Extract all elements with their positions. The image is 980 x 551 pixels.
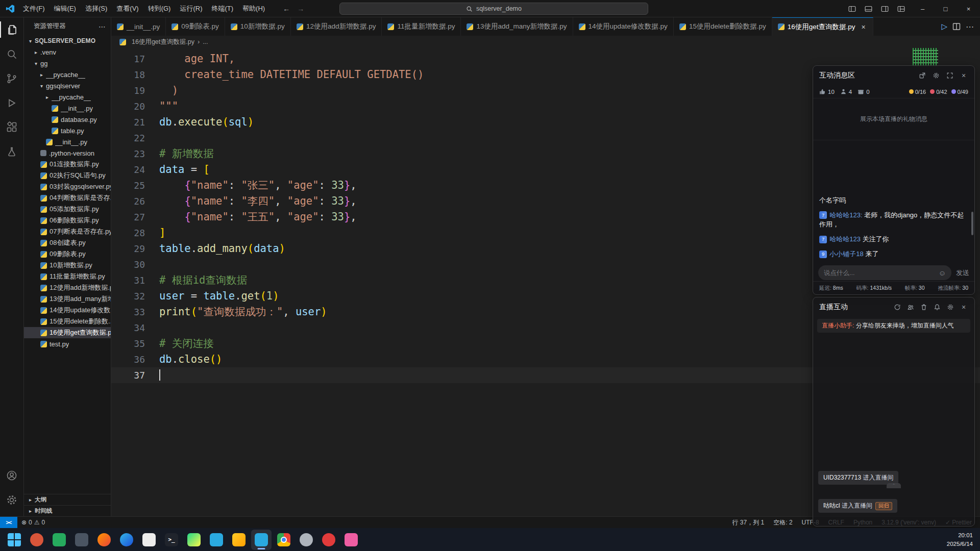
tree-item[interactable]: test.py [24,338,111,349]
menu-item[interactable]: 编辑(E) [50,0,81,17]
close-icon[interactable]: × [959,71,968,80]
minimize-button[interactable]: – [911,0,934,17]
scrollbar-thumb[interactable] [971,212,973,235]
breadcrumb[interactable]: 16使用get查询数据.py › ... [111,36,980,48]
taskbar-app-pycharm[interactable] [184,530,204,550]
tree-item[interactable]: ▾SQLSERVER_DEMO [24,35,111,46]
remote-indicator[interactable]: >< [0,517,17,528]
taskbar-app-edge[interactable] [116,530,137,550]
chat-message-panel[interactable]: 互动消息区 × 1040 0/160/420/49 展示本场直播的礼物消息 个名… [813,65,975,295]
tree-item[interactable]: 09删除表.py [24,248,111,260]
code-line[interactable]: 17 age INT, [111,51,980,67]
emoji-icon[interactable]: ☺ [939,269,946,277]
activity-testing[interactable] [0,140,24,164]
send-button[interactable]: 发送 [956,268,969,278]
breadcrumb-more[interactable]: ... [203,38,208,45]
taskbar-app-chrome[interactable] [274,530,294,550]
forward-icon[interactable]: → [297,5,304,13]
taskbar-app-wechat[interactable] [49,530,69,550]
tree-item[interactable]: 10新增数据.py [24,260,111,271]
live-interaction-panel[interactable]: 直播互动 × 直播小助手: 分享给朋友来捧场，增加直播间人气 ⌃ UID3237… [813,297,975,527]
tree-item[interactable]: __init__.py [24,103,111,114]
tree-item[interactable]: database.py [24,114,111,125]
more-actions-icon[interactable]: ⋯ [99,22,106,31]
settings-icon[interactable] [946,303,955,312]
tree-item[interactable]: ▸__pycache__ [24,69,111,80]
chat-input-box[interactable]: ☺ [818,265,951,280]
more-actions-icon[interactable]: ⋯ [966,22,974,32]
customize-layout-icon[interactable] [894,3,908,15]
activity-run-debug[interactable] [0,91,24,115]
tree-item[interactable]: 02执行SQL语句.py [24,170,111,181]
tree-item[interactable]: ▸__pycache__ [24,91,111,103]
editor-tab[interactable]: 16使用get查询数据.py× [772,17,874,36]
tree-item[interactable]: 01连接数据库.py [24,159,111,170]
tree-item[interactable]: 08创建表.py [24,237,111,248]
editor-tab[interactable]: __init__.py [111,17,166,36]
settings-icon[interactable] [932,71,941,80]
viewers-icon[interactable] [906,303,915,312]
toggle-panel-icon[interactable] [862,3,875,15]
close-button[interactable]: × [957,0,980,17]
chat-messages[interactable]: 个名字吗7哈哈哈123: 老师，我的django，静态文件不起作用，7哈哈哈12… [813,140,974,263]
menu-item[interactable]: 终端(T) [207,0,238,17]
toggle-sidebar-icon[interactable] [845,3,859,15]
tree-item[interactable]: ▾gg [24,58,111,69]
editor-tab[interactable]: 15使用delete删除数据.py [674,17,772,36]
tree-item[interactable]: 11批量新增数据.py [24,271,111,282]
chat-panel-header[interactable]: 互动消息区 × [813,66,974,85]
activity-source-control[interactable] [0,66,24,91]
tree-item[interactable]: 15使用delete删除数... [24,316,111,327]
taskbar-app-start[interactable] [4,530,24,550]
tree-item[interactable]: 13使用add_many新增... [24,293,111,305]
sidebar-section[interactable]: ▸大纲 [24,494,111,505]
menu-item[interactable]: 转到(G) [143,0,176,17]
editor-tab[interactable]: 13使用add_many新增数据.py [461,17,573,36]
editor-tab[interactable]: 09删除表.py [166,17,225,36]
taskbar-app-app-gray[interactable] [296,530,316,550]
refresh-icon[interactable] [893,303,902,312]
menu-item[interactable]: 运行(R) [175,0,207,17]
taskbar-app-firefox[interactable] [94,530,114,550]
breadcrumb-file[interactable]: 16使用get查询数据.py [132,38,194,46]
activity-explorer[interactable] [0,17,24,42]
menu-item[interactable]: 帮助(H) [238,0,270,17]
tree-item[interactable]: 14使用update修改数... [24,305,111,316]
chat-input[interactable] [824,269,936,277]
back-icon[interactable]: ← [283,5,290,13]
tree-item[interactable]: .python-version [24,147,111,159]
popout-icon[interactable] [918,71,927,80]
tree-item[interactable]: 07判断表是否存在.py [24,226,111,237]
taskbar-app-music-red[interactable] [318,530,339,550]
split-editor-icon[interactable] [952,22,961,31]
editor-tab[interactable]: 10新增数据.py [225,17,291,36]
problems-indicator[interactable]: ⊗ 0 ⚠ 0 [17,519,45,526]
taskbar-app-vscode[interactable] [206,530,227,550]
close-icon[interactable]: × [859,23,867,31]
menu-item[interactable]: 选择(S) [81,0,112,17]
tree-item[interactable]: ▸.venv [24,46,111,58]
taskbar-app-file-explorer[interactable] [229,530,249,550]
tree-item[interactable]: 06删除数据库.py [24,215,111,226]
editor-tab[interactable]: 11批量新增数据.py [382,17,461,36]
tree-item[interactable]: 04判断数据库是否存... [24,192,111,204]
tree-item[interactable]: 16使用get查询数据.py [24,327,111,338]
taskbar-app-notepad[interactable] [139,530,159,550]
live-panel-header[interactable]: 直播互动 × [813,297,974,317]
taskbar-app-bilibili-live[interactable] [341,530,361,550]
close-icon[interactable]: × [959,303,968,312]
command-center-search[interactable]: sqlserver_demo [339,3,648,15]
activity-extensions[interactable] [0,115,24,140]
editor-tab[interactable]: 12使用add新增数据.py [291,17,382,36]
toggle-secondary-sidebar-icon[interactable] [878,3,891,15]
account-button[interactable] [0,463,24,488]
tree-item[interactable]: ▾ggsqlserver [24,80,111,91]
expand-icon[interactable] [945,71,954,80]
maximize-button[interactable]: □ [934,0,957,17]
tree-item[interactable]: 12使用add新增数据.py [24,282,111,293]
sidebar-section[interactable]: ▸时间线 [24,505,111,516]
trash-icon[interactable] [919,303,928,312]
menu-item[interactable]: 查看(V) [112,0,143,17]
statusbar-item[interactable]: 空格: 2 [773,518,792,527]
taskbar-clock[interactable]: 20:01 2025/6/14 [947,528,973,551]
